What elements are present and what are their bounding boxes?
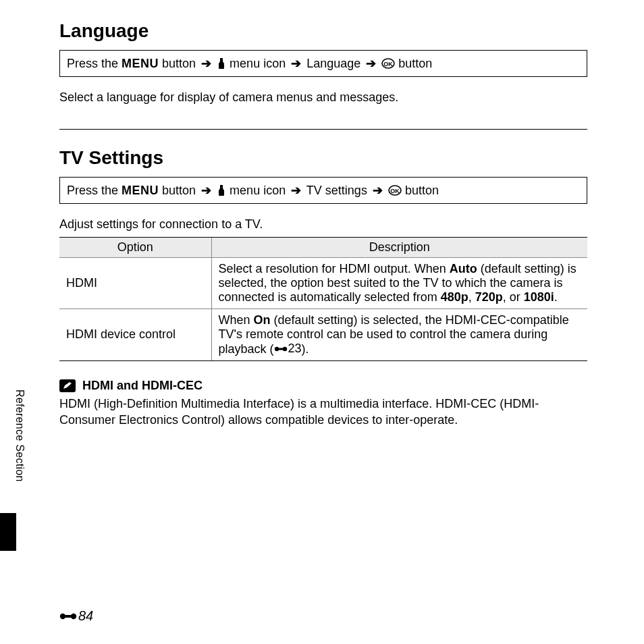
arrow-icon: ➔ <box>201 57 211 70</box>
ok-button-icon: OK <box>381 57 395 70</box>
manual-page: Reference Section Language Press the MEN… <box>0 0 644 644</box>
nav-text: button <box>395 57 432 70</box>
option-cell: HDMI <box>59 258 211 309</box>
col-header-description: Description <box>211 238 587 258</box>
side-section-label: Reference Section <box>14 390 26 482</box>
reference-icon <box>274 345 288 353</box>
arrow-icon: ➔ <box>366 57 376 70</box>
nav-text: Press the <box>67 57 122 70</box>
svg-point-9 <box>71 613 76 618</box>
description-cell: Select a resolution for HDMI output. Whe… <box>211 258 587 309</box>
table-header-row: Option Description <box>59 238 587 258</box>
reference-section-icon <box>59 611 77 622</box>
arrow-icon: ➔ <box>201 184 211 197</box>
note-hdmi-cec: HDMI and HDMI-CEC HDMI (High-Definition … <box>59 379 587 429</box>
option-cell: HDMI device control <box>59 309 211 361</box>
table-row: HDMI device control When On (default set… <box>59 309 587 361</box>
svg-point-6 <box>282 346 286 350</box>
nav-text: button <box>159 57 199 70</box>
svg-text:OK: OK <box>390 188 400 194</box>
nav-text: button <box>159 184 199 197</box>
setup-menu-icon <box>217 184 226 197</box>
menu-button-label: MENU <box>122 184 159 197</box>
svg-rect-5 <box>278 348 284 350</box>
setup-menu-icon <box>217 57 226 70</box>
note-body-text: HDMI (High-Definition Multimedia Interfa… <box>59 396 587 429</box>
nav-item: Language <box>303 57 364 70</box>
nav-item: TV settings <box>303 184 371 197</box>
svg-rect-8 <box>65 615 72 618</box>
nav-text: Press the <box>67 184 122 197</box>
menu-button-label: MENU <box>122 57 159 70</box>
page-cross-ref: 23 <box>274 342 302 356</box>
description-cell: When On (default setting) is selected, t… <box>211 309 587 361</box>
heading-language: Language <box>59 20 587 42</box>
note-pencil-icon <box>59 379 76 392</box>
tv-settings-table: Option Description HDMI Select a resolut… <box>59 237 587 361</box>
nav-text: button <box>402 184 439 197</box>
language-description: Select a language for display of camera … <box>59 90 587 105</box>
col-header-option: Option <box>59 238 211 258</box>
arrow-icon: ➔ <box>291 57 301 70</box>
page-number: 84 <box>78 608 93 624</box>
tv-settings-description: Adjust settings for connection to a TV. <box>59 217 587 232</box>
arrow-icon: ➔ <box>291 184 301 197</box>
section-divider <box>59 129 587 130</box>
arrow-icon: ➔ <box>373 184 383 197</box>
svg-text:OK: OK <box>384 61 394 68</box>
nav-text: menu icon <box>226 57 289 70</box>
side-thumb-tab <box>0 513 16 551</box>
nav-path-language: Press the MENU button ➔ menu icon ➔ Lang… <box>59 50 587 77</box>
ok-button-icon: OK <box>388 184 402 197</box>
page-footer: 84 <box>59 608 93 624</box>
side-tab: Reference Section <box>14 390 34 503</box>
nav-path-tv-settings: Press the MENU button ➔ menu icon ➔ TV s… <box>59 177 587 204</box>
note-title-text: HDMI and HDMI-CEC <box>82 379 203 393</box>
svg-point-7 <box>60 613 65 618</box>
heading-tv-settings: TV Settings <box>59 147 587 169</box>
table-row: HDMI Select a resolution for HDMI output… <box>59 258 587 309</box>
nav-text: menu icon <box>226 184 289 197</box>
